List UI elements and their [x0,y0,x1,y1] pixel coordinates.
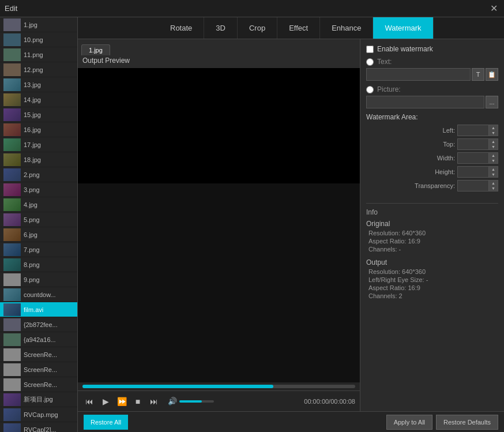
height-up[interactable]: ▲ [489,167,498,172]
sidebar-label-10png: 10.png [24,36,43,43]
width-row: Width: ▲ ▼ [366,152,498,164]
left-arrows[interactable]: ▲ ▼ [489,125,498,136]
text-radio[interactable] [366,58,374,66]
picture-browse-button[interactable]: ... [486,96,498,108]
height-input[interactable] [457,166,489,178]
picture-radio[interactable] [366,86,374,93]
watermark-text-input[interactable] [366,68,471,81]
sidebar-item-8png[interactable]: 8.png [0,257,77,272]
width-arrows[interactable]: ▲ ▼ [489,152,498,164]
left-input[interactable] [457,125,489,136]
sidebar-item-1jpg[interactable]: 1.jpg [0,17,77,32]
text-format-button[interactable]: T [472,68,484,81]
sidebar-item-filmavi[interactable]: film.avi [0,302,77,317]
content-main: 1.jpg Output Preview ⏮ ▶ [78,39,504,411]
sidebar-item-rvcap2[interactable]: RVCap[2]... [0,422,77,432]
stop-button[interactable]: ■ [131,395,145,408]
top-input[interactable] [457,138,489,150]
sidebar-item-countdown[interactable]: countdow... [0,287,77,302]
play-button[interactable]: ▶ [99,395,112,408]
sidebar-label-11png: 11.png [24,51,43,58]
sidebar-item-15jpg[interactable]: 15.jpg [0,107,77,122]
sidebar-item-16jpg[interactable]: 16.jpg [0,122,77,137]
skip-forward-button[interactable]: ⏭ [147,395,161,408]
sidebar-item-13jpg[interactable]: 13.jpg [0,77,77,92]
picture-radio-label[interactable]: Picture: [377,85,401,93]
active-file-tab[interactable]: 1.jpg [81,44,110,55]
text-copy-button[interactable]: 📋 [486,68,498,81]
text-radio-label[interactable]: Text: [377,58,392,66]
tab-rotate[interactable]: Rotate [159,17,204,39]
sidebar-item-6jpg[interactable]: 6.jpg [0,227,77,242]
seek-fill [82,385,273,388]
sidebar-item-screenre3[interactable]: ScreenRe... [0,377,77,392]
tab-effect[interactable]: Effect [277,17,320,39]
top-arrows[interactable]: ▲ ▼ [489,138,498,150]
sidebar-item-9png[interactable]: 9.png [0,272,77,287]
fast-forward-button[interactable]: ⏩ [115,395,129,408]
sidebar-item-17jpg[interactable]: 17.jpg [0,137,77,152]
original-channels: Channels: - [366,246,498,253]
transparency-input[interactable] [457,180,489,191]
top-spinner[interactable]: ▲ ▼ [457,138,498,150]
sidebar-thumb-xinxiangmu [3,393,21,406]
sidebar-item-14jpg[interactable]: 14.jpg [0,92,77,107]
enable-watermark-checkbox[interactable] [366,46,374,53]
output-resolution: Resolution: 640*360 [366,268,498,275]
enable-watermark-label[interactable]: Enable watermark [377,45,433,53]
width-spinner[interactable]: ▲ ▼ [457,152,498,164]
height-down[interactable]: ▼ [489,172,498,177]
top-up[interactable]: ▲ [489,139,498,144]
width-up[interactable]: ▲ [489,153,498,158]
sidebar-item-18jpg[interactable]: 18.jpg [0,152,77,167]
sidebar-item-7png[interactable]: 7.png [0,242,77,257]
sidebar-item-2png[interactable]: 2.png [0,167,77,182]
transparency-up[interactable]: ▲ [489,181,498,186]
sidebar-item-11png[interactable]: 11.png [0,47,77,62]
tab-3d[interactable]: 3D [204,17,238,39]
tab-watermark[interactable]: Watermark [373,17,433,39]
sidebar-item-3png[interactable]: 3.png [0,182,77,197]
width-down[interactable]: ▼ [489,158,498,163]
sidebar-item-screenre2[interactable]: ScreenRe... [0,362,77,377]
left-spinner[interactable]: ▲ ▼ [457,125,498,136]
close-button[interactable]: ✕ [488,3,499,14]
volume-slider[interactable] [179,400,214,403]
sidebar-item-10png[interactable]: 10.png [0,32,77,47]
sidebar-item-screenre1[interactable]: ScreenRe... [0,347,77,362]
seek-bar-container[interactable] [78,382,360,390]
skip-back-button[interactable]: ⏮ [82,395,96,408]
width-label: Width: [415,155,455,161]
sidebar-item-2b872fee[interactable]: {2b872fee... [0,317,77,332]
left-down[interactable]: ▼ [489,130,498,136]
transport-bar: ⏮ ▶ ⏩ ■ ⏭ 🔊 00:00:00/00:00:08 [78,390,360,411]
transparency-down[interactable]: ▼ [489,186,498,191]
transparency-spinner[interactable]: ▲ ▼ [457,180,498,191]
restore-all-button[interactable]: Restore All [84,415,128,430]
height-arrows[interactable]: ▲ ▼ [489,166,498,178]
sidebar-label-9png: 9.png [24,276,40,283]
tab-enhance[interactable]: Enhance [320,17,373,39]
top-row: Top: ▲ ▼ [366,138,498,150]
sidebar-item-5png[interactable]: 5.png [0,212,77,227]
sidebar-item-4jpg[interactable]: 4.jpg [0,197,77,212]
left-up[interactable]: ▲ [489,125,498,130]
transparency-arrows[interactable]: ▲ ▼ [489,180,498,191]
sidebar-label-5png: 5.png [24,216,40,223]
width-input[interactable] [457,152,489,164]
height-spinner[interactable]: ▲ ▼ [457,166,498,178]
sidebar-item-xinxiangmu[interactable]: 新项目.jpg [0,392,77,407]
video-mid [78,183,360,382]
top-down[interactable]: ▼ [489,144,498,149]
text-input-row: T 📋 [366,68,498,81]
restore-defaults-button[interactable]: Restore Defaults [436,415,498,430]
watermark-picture-input[interactable] [366,96,484,108]
sidebar-item-12png[interactable]: 12.png [0,62,77,77]
content-area: Rotate3DCropEffectEnhanceWatermark 1.jpg… [78,17,504,432]
sidebar-item-a942a16[interactable]: {a942a16... [0,332,77,347]
tab-crop[interactable]: Crop [238,17,277,39]
sidebar-item-rvcapmpg[interactable]: RVCap.mpg [0,407,77,422]
apply-to-all-button[interactable]: Apply to All [386,415,432,430]
sidebar-label-6jpg: 6.jpg [24,231,37,238]
seek-bar[interactable] [82,385,355,388]
